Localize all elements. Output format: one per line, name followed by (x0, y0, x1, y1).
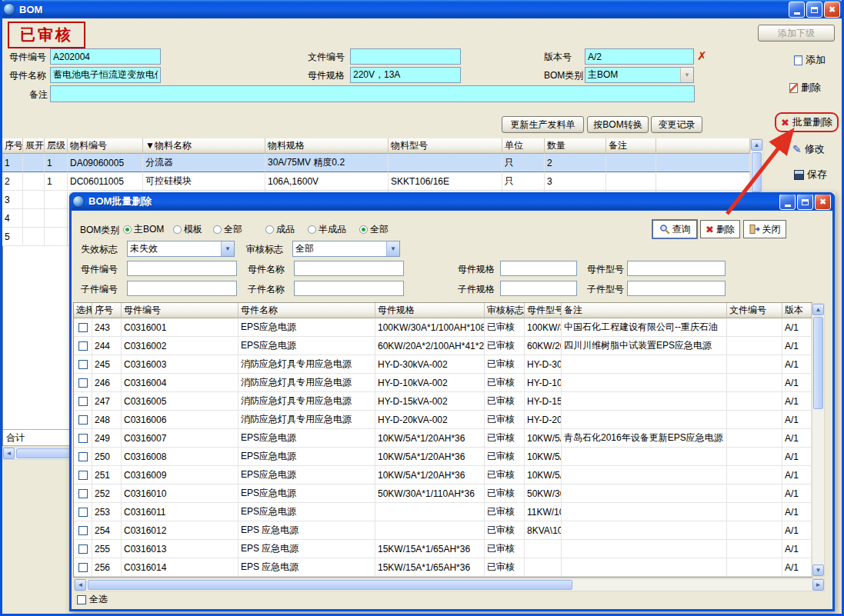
table-row[interactable]: 243C0316001EPS应急电源100KW/30A*1/100AH*108已… (74, 318, 812, 337)
table-row[interactable]: 253C0316011EPS应急电源已审核11KW/10/A/1 (74, 503, 812, 521)
bom-convert-button[interactable]: 按BOM转换 (587, 116, 649, 133)
parent-spec-input[interactable] (350, 67, 461, 83)
column-header[interactable]: 母件型号 (525, 303, 562, 318)
dlg-parent-name-input[interactable] (294, 261, 404, 276)
invalid-flag-select[interactable]: 未失效 ▼ (127, 241, 235, 257)
row-checkbox[interactable] (78, 489, 88, 498)
row-checkbox[interactable] (78, 415, 88, 425)
scroll-thumb[interactable] (16, 448, 70, 458)
column-header[interactable]: 物料型号 (389, 138, 502, 154)
radio-semi-finished[interactable]: 半成品 (308, 223, 346, 236)
row-checkbox[interactable] (78, 341, 88, 351)
add-child-button[interactable]: 添加下级 (758, 25, 835, 42)
table-row[interactable]: 248C0316006消防应急灯具专用应急电源HY-D-20kVA-002已审核… (74, 411, 812, 429)
column-header[interactable]: 版本 (782, 303, 812, 318)
table-row[interactable]: 256C0316014EPS 应急电源15KW/15A*1/65AH*36已审核… (74, 558, 812, 577)
column-header[interactable]: ▼物料名称 (143, 138, 265, 154)
column-header[interactable]: 物料规格 (265, 138, 389, 154)
main-titlebar[interactable]: BOM ✖ (0, 0, 844, 18)
column-header[interactable]: 展开 (23, 138, 45, 154)
version-input[interactable] (585, 48, 694, 65)
dialog-maximize-button[interactable] (797, 194, 813, 210)
bom-type-select[interactable]: 主BOM ▼ (585, 67, 694, 83)
table-row[interactable]: 21DC06011005可控硅模块106A,1600VSKKT106/16E只3 (2, 172, 750, 191)
dialog-close-button[interactable]: ✖ (815, 194, 831, 210)
radio-all-product[interactable]: 全部 (359, 223, 389, 236)
column-header[interactable]: 层级 (45, 138, 68, 154)
dialog-minimize-button[interactable] (779, 194, 796, 210)
modify-button[interactable]: ✎ 修改 (792, 142, 825, 156)
column-header[interactable]: 母件名称 (239, 303, 375, 318)
table-row[interactable]: 254C0316012EPS 应急电源已审核8KVA\10AA/1 (74, 521, 812, 540)
doc-code-input[interactable] (350, 48, 461, 65)
select-all-checkbox[interactable]: 全选 (77, 593, 108, 606)
column-header[interactable]: 母件规格 (375, 303, 485, 318)
scroll-left-button[interactable]: ◄ (3, 448, 15, 459)
version-flag-icon[interactable]: ✗ (697, 49, 707, 63)
scroll-down-button[interactable]: ▼ (812, 564, 824, 576)
column-header[interactable]: 母件编号 (122, 303, 239, 318)
table-row[interactable]: 247C0316005消防应急灯具专用应急电源HY-D-15kVA-002已审核… (74, 392, 812, 411)
radio-all-type[interactable]: 全部 (213, 223, 242, 236)
scroll-right-button[interactable]: ► (812, 579, 824, 591)
row-checkbox[interactable] (78, 360, 88, 369)
radio-finished[interactable]: 成品 (265, 223, 295, 236)
column-header[interactable]: 单位 (502, 138, 545, 154)
column-header[interactable]: 审核标志 (485, 303, 525, 318)
column-header[interactable]: 备注 (606, 138, 656, 154)
change-log-button[interactable]: 变更记录 (651, 116, 702, 133)
row-checkbox[interactable] (78, 471, 88, 480)
minimize-button[interactable] (789, 2, 805, 18)
scroll-up-button[interactable]: ▲ (751, 139, 762, 151)
parent-name-input[interactable] (50, 67, 161, 83)
dlg-parent-code-input[interactable] (127, 261, 237, 276)
column-header[interactable] (656, 138, 750, 154)
maximize-button[interactable] (806, 2, 822, 18)
row-checkbox[interactable] (78, 434, 88, 443)
close-dialog-button[interactable]: 关闭 (743, 220, 786, 238)
table-row[interactable]: 244C0316002EPS应急电源60KW/20A*2/100AH*41*2已… (74, 337, 812, 355)
scroll-left-button[interactable]: ◄ (75, 579, 86, 591)
dlg-parent-model-input[interactable] (627, 261, 726, 276)
dialog-delete-button[interactable]: ✖ 删除 (700, 220, 740, 238)
row-checkbox[interactable] (78, 544, 88, 554)
column-header[interactable]: 文件编号 (727, 303, 782, 318)
table-row[interactable]: 11DA09060005分流器30A/75MV 精度0.2只2 (2, 154, 750, 172)
row-checkbox[interactable] (78, 378, 88, 388)
dlg-child-model-input[interactable] (627, 281, 726, 296)
dialog-titlebar[interactable]: BOM批量删除 ✖ (69, 192, 835, 211)
scroll-thumb[interactable] (88, 580, 572, 590)
query-button[interactable]: 查询 (652, 220, 697, 238)
column-header[interactable]: 序号 (92, 303, 122, 318)
dialog-vertical-scrollbar[interactable]: ▲ ▼ (812, 303, 825, 577)
scroll-thumb[interactable] (752, 152, 762, 192)
table-row[interactable]: 245C0316003消防应急灯具专用应急电源HY-D-30kVA-002已审核… (74, 355, 812, 374)
radio-main-bom[interactable]: 主BOM (123, 223, 164, 236)
row-checkbox[interactable] (78, 397, 88, 406)
column-header[interactable]: 序号 (2, 138, 23, 154)
column-header[interactable]: 数量 (545, 138, 606, 154)
dlg-parent-spec-input[interactable] (500, 261, 577, 276)
table-row[interactable]: 252C0316010EPS应急电源50KW/30A*1/110AH*36已审核… (74, 484, 812, 503)
dialog-horizontal-scrollbar[interactable]: ◄ ► (74, 578, 825, 591)
scroll-thumb[interactable] (813, 317, 823, 409)
batch-delete-button[interactable]: ✖ 批量删除 (775, 112, 839, 132)
column-header[interactable]: 物料编号 (68, 138, 143, 154)
parent-code-input[interactable] (50, 48, 161, 65)
scroll-up-button[interactable]: ▲ (812, 304, 824, 315)
table-row[interactable]: 251C0316009EPS应急电源10KW/5A*1/20AH*36已审核10… (74, 466, 812, 484)
column-header[interactable]: 选择 (74, 303, 92, 318)
radio-template[interactable]: 模板 (173, 223, 202, 236)
add-button[interactable]: 添加 (794, 53, 826, 67)
table-row[interactable]: 250C0316008EPS应急电源10KW/5A*1/20AH*36已审核10… (74, 448, 812, 466)
column-header[interactable]: 备注 (562, 303, 727, 318)
table-row[interactable]: 246C0316004消防应急灯具专用应急电源HY-D-10kVA-002已审核… (74, 374, 812, 392)
dlg-child-spec-input[interactable] (500, 281, 577, 296)
save-button[interactable]: 保存 (794, 168, 827, 181)
close-button[interactable]: ✖ (824, 2, 840, 18)
audit-flag-select[interactable]: 全部 ▼ (292, 241, 400, 257)
update-issue-button[interactable]: 更新生产发料单 (502, 116, 584, 133)
delete-button[interactable]: 删除 (789, 81, 821, 95)
dlg-child-code-input[interactable] (127, 281, 237, 296)
row-checkbox[interactable] (78, 563, 88, 572)
